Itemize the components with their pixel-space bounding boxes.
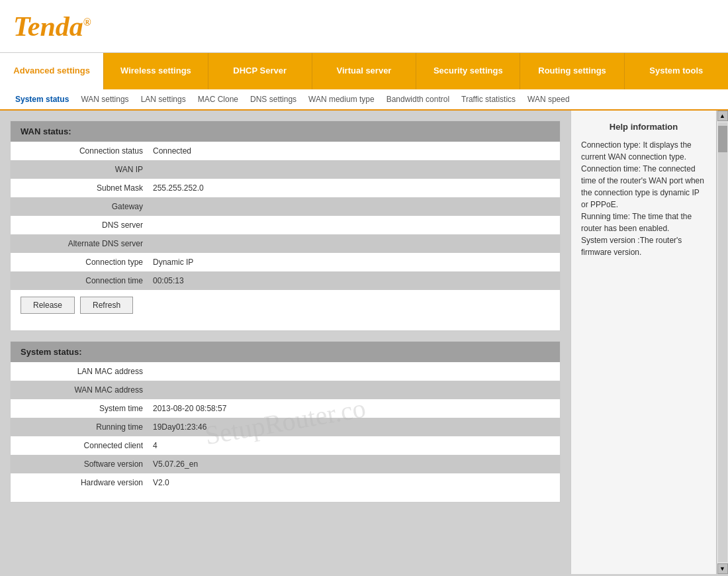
- subnav-item-wan-speed[interactable]: WAN speed: [522, 93, 575, 106]
- wan-rows: Connection statusConnectedWAN IPSubnet M…: [11, 142, 560, 290]
- refresh-button[interactable]: Refresh: [80, 297, 133, 314]
- help-panel: Help information Connection type: It dis…: [570, 111, 716, 574]
- row-value: V2.0: [153, 478, 169, 487]
- row-label: Hardware version: [21, 478, 153, 487]
- table-row: Subnet Mask255.255.252.0: [11, 179, 560, 197]
- table-row: System time2013-08-20 08:58:57: [11, 399, 560, 418]
- wan-button-row: Release Refresh: [11, 290, 560, 320]
- row-label: Connection time: [21, 276, 153, 285]
- table-row: Gateway: [11, 197, 560, 216]
- row-value: 00:05:13: [153, 276, 184, 285]
- table-row: Connection time00:05:13: [11, 271, 560, 290]
- row-label: Alternate DNS server: [21, 239, 153, 248]
- row-label: Gateway: [21, 202, 153, 211]
- row-label: LAN MAC address: [21, 367, 153, 376]
- row-label: Running time: [21, 422, 153, 432]
- subnav: System statusWAN settingsLAN settingsMAC…: [0, 89, 728, 111]
- row-label: System time: [21, 404, 153, 413]
- subnav-item-system-status[interactable]: System status: [10, 93, 74, 106]
- row-label: Connected client: [21, 441, 153, 450]
- logo-text: Tenda: [13, 11, 83, 42]
- help-content: Connection type: It displays the current…: [581, 139, 706, 258]
- logo-trademark: ®: [83, 17, 91, 28]
- table-row: Hardware versionV2.0: [11, 473, 560, 492]
- nav-item-system[interactable]: System tools: [625, 53, 728, 89]
- row-label: DNS server: [21, 220, 153, 230]
- nav-item-advanced[interactable]: Advanced settings: [0, 53, 104, 89]
- help-title: Help information: [581, 120, 706, 134]
- scroll-thumb[interactable]: [718, 126, 727, 152]
- header: Tenda®: [0, 0, 728, 53]
- content-wrapper: WAN status: Connection statusConnectedWA…: [0, 111, 728, 574]
- row-value: Dynamic IP: [153, 258, 193, 267]
- system-status-section: System status: LAN MAC addressWAN MAC ad…: [10, 341, 561, 503]
- nav-item-dhcp[interactable]: DHCP Server: [208, 53, 312, 89]
- nav-item-routing[interactable]: Routing settings: [520, 53, 624, 89]
- nav-item-virtual[interactable]: Virtual server: [312, 53, 416, 89]
- logo: Tenda®: [13, 11, 91, 42]
- row-label: Subnet Mask: [21, 183, 153, 193]
- subnav-item-wan-settings[interactable]: WAN settings: [75, 93, 134, 106]
- table-row: Connection statusConnected: [11, 142, 560, 160]
- main-panel: WAN status: Connection statusConnectedWA…: [0, 111, 570, 574]
- table-row: Connected client4: [11, 436, 560, 455]
- table-row: Running time19Day01:23:46: [11, 418, 560, 436]
- scroll-up-arrow[interactable]: ▲: [717, 111, 728, 121]
- nav-item-security[interactable]: Security settings: [416, 53, 520, 89]
- system-rows: LAN MAC addressWAN MAC addressSystem tim…: [11, 362, 560, 492]
- row-value: Connected: [153, 146, 191, 156]
- table-row: Alternate DNS server: [11, 234, 560, 253]
- subnav-item-traffic-statistics[interactable]: Traffic statistics: [456, 93, 521, 106]
- system-status-header: System status:: [11, 342, 560, 362]
- table-row: DNS server: [11, 216, 560, 234]
- table-row: LAN MAC address: [11, 362, 560, 381]
- table-row: Software versionV5.07.26_en: [11, 455, 560, 473]
- wan-status-title: WAN status:: [21, 126, 71, 136]
- system-status-title: System status:: [21, 347, 81, 357]
- subnav-item-dns-settings[interactable]: DNS settings: [245, 93, 302, 106]
- nav-item-wireless[interactable]: Wireless settings: [104, 53, 208, 89]
- row-value: V5.07.26_en: [153, 459, 198, 469]
- table-row: WAN IP: [11, 160, 560, 179]
- subnav-item-mac-clone[interactable]: MAC Clone: [193, 93, 244, 106]
- row-label: Software version: [21, 459, 153, 469]
- row-value: 2013-08-20 08:58:57: [153, 404, 226, 413]
- subnav-item-lan-settings[interactable]: LAN settings: [136, 93, 191, 106]
- release-button[interactable]: Release: [21, 297, 75, 314]
- navbar: Advanced settingsWireless settingsDHCP S…: [0, 53, 728, 89]
- scrollbar: ▲ ▼: [716, 111, 728, 574]
- subnav-item-bandwidth-control[interactable]: Bandwidth control: [381, 93, 455, 106]
- subnav-item-wan-medium-type[interactable]: WAN medium type: [303, 93, 380, 106]
- wan-status-header: WAN status:: [11, 121, 560, 142]
- scroll-track: [718, 122, 727, 562]
- row-label: WAN MAC address: [21, 385, 153, 395]
- row-value: 19Day01:23:46: [153, 422, 206, 432]
- row-label: WAN IP: [21, 165, 153, 174]
- row-label: Connection status: [21, 146, 153, 156]
- wan-status-section: WAN status: Connection statusConnectedWA…: [10, 120, 561, 331]
- row-value: 4: [153, 441, 158, 450]
- table-row: WAN MAC address: [11, 381, 560, 399]
- table-row: Connection typeDynamic IP: [11, 253, 560, 271]
- scroll-down-arrow[interactable]: ▼: [717, 563, 728, 574]
- row-label: Connection type: [21, 258, 153, 267]
- row-value: 255.255.252.0: [153, 183, 204, 193]
